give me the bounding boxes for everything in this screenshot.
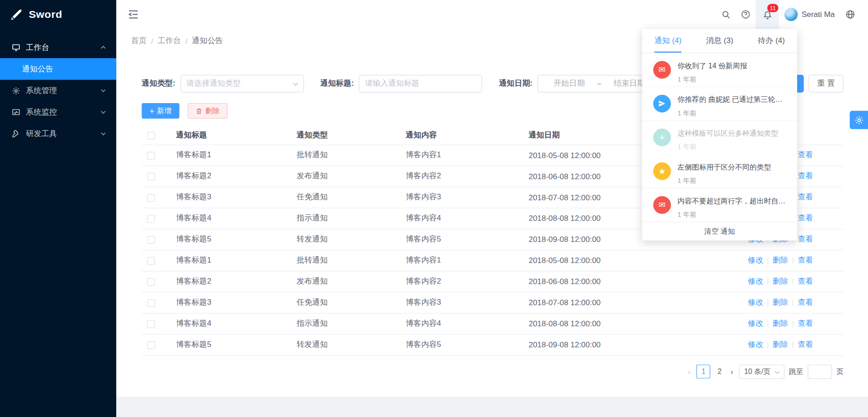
cell-type: 转发通知 [291, 229, 400, 250]
tab-notices[interactable]: 通知 (4) [642, 29, 694, 53]
cell-content: 博客内容2 [400, 271, 523, 292]
view-link[interactable]: 查看 [797, 150, 813, 159]
chevron-down-icon [292, 81, 299, 88]
app-logo[interactable]: Sword [0, 0, 116, 29]
delete-link[interactable]: 删除 [773, 318, 788, 327]
view-link[interactable]: 查看 [797, 276, 813, 285]
header-actions: 11 Serati Ma [716, 0, 861, 29]
edit-link[interactable]: 修改 [748, 255, 763, 264]
notice-title-input[interactable]: 请输入通知标题 [359, 75, 483, 93]
edit-link[interactable]: 修改 [748, 297, 763, 306]
cell-content: 博客内容4 [400, 208, 523, 229]
action-separator: | [792, 341, 794, 349]
sidebar-menu: 工作台 通知公告 系统管理 系统监控 [0, 29, 116, 145]
notification-item[interactable]: ✉ 内容不要超过两行字，超出时自动截断 1 年前 [642, 188, 797, 222]
notification-time: 1 年前 [678, 210, 786, 219]
cell-title: 博客标题1 [170, 250, 291, 271]
page-2-button[interactable]: 2 [715, 368, 725, 376]
row-checkbox[interactable] [147, 194, 155, 202]
language-globe-icon[interactable] [841, 0, 861, 29]
notification-title: 你推荐的 曲妮妮 已通过第三轮面试 [678, 95, 786, 105]
tab-messages[interactable]: 消息 (3) [694, 29, 745, 53]
next-page-button[interactable]: › [729, 367, 735, 376]
start-date-input[interactable]: 开始日期 [543, 79, 595, 89]
notification-item[interactable]: 你推荐的 曲妮妮 已通过第三轮面试 1 年前 [642, 87, 797, 121]
tab-todos[interactable]: 待办 (4) [745, 29, 797, 53]
page-1-button[interactable]: 1 [697, 365, 711, 379]
row-checkbox[interactable] [147, 341, 155, 349]
gear-icon [11, 86, 20, 95]
row-checkbox[interactable] [147, 320, 155, 328]
avatar [785, 8, 798, 21]
row-checkbox[interactable] [147, 236, 155, 244]
view-link[interactable]: 查看 [797, 255, 813, 264]
row-checkbox[interactable] [147, 278, 155, 286]
edit-link[interactable]: 修改 [748, 318, 763, 327]
breadcrumb-home[interactable]: 首页 [131, 36, 147, 46]
row-checkbox[interactable] [147, 299, 155, 307]
sidebar-item-system-management[interactable]: 系统管理 [0, 80, 116, 101]
delete-link[interactable]: 删除 [773, 340, 788, 348]
app-title: Sword [29, 8, 62, 21]
cell-type: 任免通知 [291, 187, 400, 208]
plus-icon: + [653, 129, 671, 147]
row-checkbox[interactable] [147, 173, 155, 181]
notification-item[interactable]: + 这种模板可以区分多种通知类型 1 年前 [642, 121, 797, 155]
cell-type: 批转通知 [291, 145, 400, 166]
view-link[interactable]: 查看 [797, 214, 813, 222]
breadcrumb-separator: / [185, 37, 188, 45]
help-icon[interactable] [736, 0, 756, 29]
page-jump-input[interactable] [808, 364, 832, 379]
chevron-down-icon [100, 131, 106, 137]
action-separator: | [767, 257, 769, 264]
sidebar-item-label: 系统管理 [26, 86, 57, 96]
cell-content: 博客内容1 [400, 145, 523, 166]
action-separator: | [767, 341, 769, 349]
add-button[interactable]: + 新增 [142, 103, 179, 119]
reset-button[interactable]: 重 置 [808, 75, 844, 93]
sidebar-item-workbench[interactable]: 工作台 [0, 37, 116, 58]
action-separator: | [767, 320, 769, 328]
delete-link[interactable]: 删除 [773, 276, 788, 285]
mail-icon: ✉ [653, 196, 671, 214]
edit-link[interactable]: 修改 [748, 276, 763, 285]
prev-page-button[interactable]: ‹ [686, 367, 692, 376]
sidebar-item-notice[interactable]: 通知公告 [0, 58, 116, 80]
collapse-sidebar-icon[interactable] [127, 8, 140, 21]
action-separator: | [792, 278, 794, 285]
notifications-bell-button[interactable]: 11 [756, 0, 779, 29]
user-menu[interactable]: Serati Ma [779, 0, 840, 29]
action-separator: | [792, 320, 794, 328]
filter-notice-title: 通知标题: 请输入通知标题 [320, 75, 483, 93]
breadcrumb-workbench[interactable]: 工作台 [157, 36, 181, 46]
view-link[interactable]: 查看 [797, 297, 813, 306]
view-link[interactable]: 查看 [797, 340, 813, 348]
sidebar-item-dev-tools[interactable]: 研发工具 [0, 123, 116, 144]
page-size-select[interactable]: 10 条/页 [739, 364, 785, 379]
view-link[interactable]: 查看 [797, 318, 813, 327]
search-icon[interactable] [716, 0, 736, 29]
view-link[interactable]: 查看 [797, 171, 813, 180]
notification-item[interactable]: ★ 左侧图标用于区分不同的类型 1 年前 [642, 154, 797, 188]
view-link[interactable]: 查看 [797, 234, 813, 243]
delete-link[interactable]: 删除 [773, 297, 788, 306]
view-link[interactable]: 查看 [797, 192, 813, 201]
sidebar-item-system-monitor[interactable]: 系统监控 [0, 101, 116, 123]
theme-settings-button[interactable] [850, 111, 868, 129]
select-all-checkbox[interactable] [147, 132, 155, 140]
delete-link[interactable]: 删除 [773, 255, 788, 264]
cell-content: 博客内容3 [400, 187, 523, 208]
chevron-down-icon [774, 369, 781, 376]
notification-item[interactable]: ✉ 你收到了 14 份新周报 1 年前 [642, 53, 797, 87]
edit-link[interactable]: 修改 [748, 340, 763, 348]
row-checkbox[interactable] [147, 257, 155, 265]
row-checkbox[interactable] [147, 152, 155, 159]
jump-label: 跳至 [789, 367, 803, 377]
clear-notifications-button[interactable]: 清空 通知 [642, 222, 797, 241]
delete-button[interactable]: 删除 [188, 103, 228, 119]
cell-title: 博客标题4 [170, 313, 291, 334]
cell-title: 博客标题3 [170, 187, 291, 208]
notice-type-select[interactable]: 请选择通知类型 [180, 75, 304, 93]
cell-title: 博客标题4 [170, 208, 291, 229]
row-checkbox[interactable] [147, 215, 155, 223]
